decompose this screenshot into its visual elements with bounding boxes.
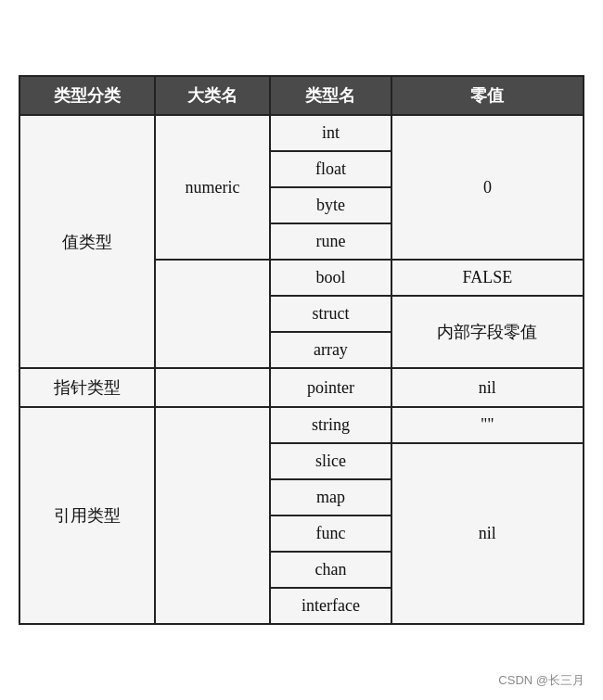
- type-array: array: [270, 332, 391, 368]
- category-value-type: 值类型: [19, 115, 155, 368]
- type-table: 类型分类 大类名 类型名 零值 值类型 numeric int 0 float …: [19, 75, 584, 625]
- type-func: func: [270, 515, 391, 552]
- col-header-subcategory: 大类名: [155, 76, 270, 115]
- zero-nil-ref: nil: [391, 443, 584, 624]
- table-row: 指针类型 pointer nil: [19, 368, 584, 407]
- type-bool: bool: [270, 260, 391, 296]
- type-map: map: [270, 479, 391, 515]
- category-pointer-type: 指针类型: [19, 368, 155, 407]
- col-header-typename: 类型名: [270, 76, 391, 115]
- watermark: CSDN @长三月: [498, 672, 584, 689]
- type-struct: struct: [270, 296, 391, 332]
- type-string: string: [270, 407, 391, 443]
- type-pointer: pointer: [270, 368, 391, 407]
- type-float: float: [270, 151, 391, 187]
- zero-empty-string: "": [391, 407, 584, 443]
- type-rune: rune: [270, 223, 391, 260]
- subcategory-empty: [155, 260, 270, 368]
- col-header-zero: 零值: [391, 76, 584, 115]
- subcategory-pointer-empty: [155, 368, 270, 407]
- type-chan: chan: [270, 552, 391, 588]
- type-int: int: [270, 115, 391, 151]
- zero-inner-fields: 内部字段零值: [391, 296, 584, 368]
- zero-false: FALSE: [391, 260, 584, 296]
- table-header-row: 类型分类 大类名 类型名 零值: [19, 76, 584, 115]
- zero-nil-pointer: nil: [391, 368, 584, 407]
- zero-0: 0: [391, 115, 584, 260]
- type-slice: slice: [270, 443, 391, 479]
- type-interface: interface: [270, 588, 391, 624]
- table-row: 值类型 numeric int 0: [19, 115, 584, 151]
- page-wrapper: 类型分类 大类名 类型名 零值 值类型 numeric int 0 float …: [0, 0, 603, 700]
- subcategory-numeric: numeric: [155, 115, 270, 260]
- type-byte: byte: [270, 187, 391, 223]
- col-header-category: 类型分类: [19, 76, 155, 115]
- table-row: 引用类型 string "": [19, 407, 584, 443]
- category-ref-type: 引用类型: [19, 407, 155, 624]
- subcategory-ref-empty: [155, 407, 270, 624]
